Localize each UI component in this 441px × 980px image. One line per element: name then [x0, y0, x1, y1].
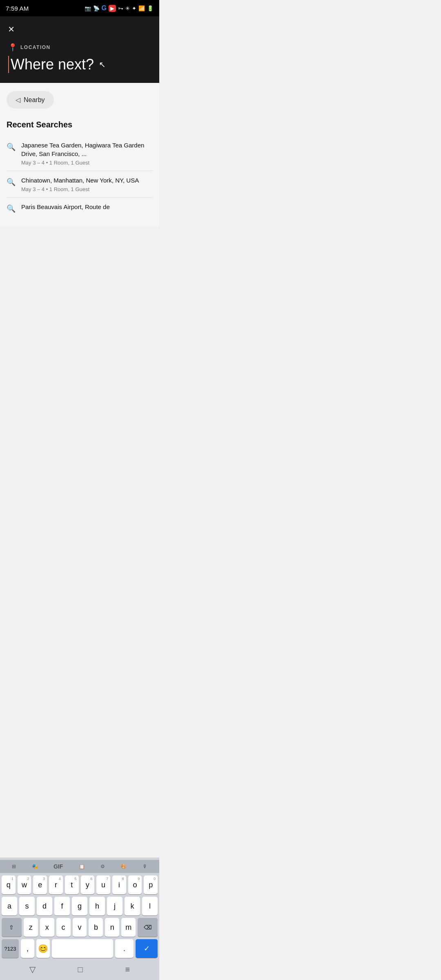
text-cursor [8, 56, 9, 73]
search-location: Japanese Tea Garden, Hagiwara Tea Garden… [21, 141, 153, 158]
key-icon: 🗝 [118, 5, 123, 11]
main-content: ◁ Nearby Recent Searches 🔍 Japanese Tea … [0, 83, 159, 226]
wifi-icon: 📶 [138, 5, 145, 11]
video-icon: 📷 [85, 5, 91, 11]
record-icon: ▶ [109, 5, 116, 12]
battery-icon: 🔋 [147, 5, 154, 11]
list-item[interactable]: 🔍 Japanese Tea Garden, Hagiwara Tea Gard… [7, 136, 153, 171]
search-input-area[interactable]: Where next? ↖ [8, 56, 151, 73]
search-icon: 🔍 [7, 205, 16, 213]
pin-icon: 📍 [8, 43, 17, 52]
recent-searches-title: Recent Searches [7, 120, 153, 129]
search-location: Chinatown, Manhattan, New York, NY, USA [21, 176, 153, 185]
search-placeholder: Where next? [11, 56, 94, 73]
search-item-details: Japanese Tea Garden, Hagiwara Tea Garden… [21, 141, 153, 166]
search-icon: 🔍 [7, 143, 16, 151]
network-icon: ✦ [132, 5, 136, 11]
nearby-label: Nearby [24, 96, 45, 104]
search-location: Paris Beauvais Airport, Route de [21, 203, 153, 211]
cast-icon: 📡 [93, 5, 100, 11]
location-label-row: 📍 LOCATION [8, 43, 151, 52]
nearby-button[interactable]: ◁ Nearby [7, 91, 54, 109]
search-item-details: Paris Beauvais Airport, Route de [21, 203, 153, 213]
search-header: × 📍 LOCATION Where next? ↖ [0, 16, 159, 83]
status-icons: 📷 📡 G ▶ 🗝 ✳ ✦ 📶 🔋 [85, 4, 154, 12]
list-item[interactable]: 🔍 Chinatown, Manhattan, New York, NY, US… [7, 171, 153, 198]
search-meta: May 3 – 4 • 1 Room, 1 Guest [21, 160, 153, 166]
list-item[interactable]: 🔍 Paris Beauvais Airport, Route de [7, 198, 153, 218]
search-icon: 🔍 [7, 178, 16, 186]
bluetooth-icon: ✳ [125, 5, 130, 11]
google-icon: G [102, 4, 107, 12]
status-time: 7:59 AM [6, 5, 29, 12]
close-button[interactable]: × [8, 23, 14, 36]
location-label-text: LOCATION [20, 45, 51, 50]
navigation-icon: ◁ [16, 96, 20, 104]
search-item-details: Chinatown, Manhattan, New York, NY, USA … [21, 176, 153, 192]
mouse-cursor-icon: ↖ [99, 60, 106, 69]
status-bar: 7:59 AM 📷 📡 G ▶ 🗝 ✳ ✦ 📶 🔋 [0, 0, 159, 16]
search-meta: May 3 – 4 • 1 Room, 1 Guest [21, 186, 153, 192]
